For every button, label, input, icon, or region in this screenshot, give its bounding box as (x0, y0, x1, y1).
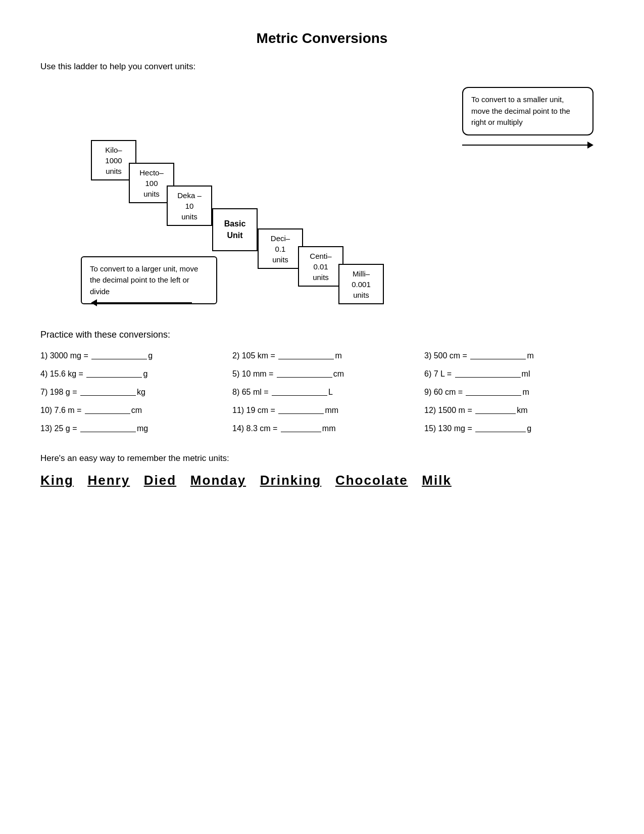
unit-2: m (335, 351, 341, 360)
right-box: To convert to a smaller unit, move the d… (462, 87, 593, 135)
problem-7-text: 7) 198 g = (40, 388, 79, 397)
answer-line-2[interactable] (278, 359, 334, 359)
answer-line-15[interactable] (475, 432, 526, 432)
right-arrow-head (587, 142, 593, 149)
problem-1: 1) 3000 mg = g (40, 351, 217, 360)
problem-14-text: 14) 8.3 cm = (232, 424, 280, 433)
step-deci: Deci–0.1units (258, 228, 303, 269)
unit-7: kg (137, 388, 145, 397)
problem-6-text: 6) 7 L = (424, 369, 454, 379)
right-arrow (462, 142, 593, 149)
unit-4: g (143, 369, 147, 379)
answer-line-3[interactable] (470, 359, 526, 359)
intro-text: Use this ladder to help you convert unit… (40, 62, 604, 72)
answer-line-7[interactable] (80, 395, 136, 396)
problem-10-text: 10) 7.6 m = (40, 406, 84, 415)
mnemonic-intro: Here's an easy way to remember the metri… (40, 453, 604, 464)
left-arrow-line (97, 302, 192, 303)
answer-line-12[interactable] (475, 413, 516, 414)
problem-7: 7) 198 g = kg (40, 388, 217, 397)
ladder-diagram: To convert to a smaller unit, move the d… (40, 82, 604, 314)
unit-9: m (522, 388, 529, 397)
problem-15: 15) 130 mg = g (424, 424, 601, 433)
answer-line-1[interactable] (91, 359, 147, 359)
problem-row-4: 10) 7.6 m = cm 11) 19 cm = mm 12) 1500 m… (40, 406, 604, 415)
mnemonic-chocolate: Chocolate (335, 473, 408, 488)
problem-13: 13) 25 g = mg (40, 424, 217, 433)
left-box: To convert to a larger unit, move the de… (81, 256, 217, 305)
problem-9-text: 9) 60 cm = (424, 388, 465, 397)
problem-row-1: 1) 3000 mg = g 2) 105 km = m 3) 500 cm =… (40, 351, 604, 360)
step-centi: Centi–0.01units (298, 246, 343, 287)
answer-line-4[interactable] (86, 377, 142, 378)
problem-1-text: 1) 3000 mg = (40, 351, 90, 360)
step-deka: Deka –10units (167, 186, 212, 226)
problem-13-text: 13) 25 g = (40, 424, 79, 433)
answer-line-8[interactable] (272, 395, 327, 396)
page-title: Metric Conversions (40, 30, 604, 47)
unit-10: cm (131, 406, 142, 415)
problem-8-text: 8) 65 ml = (232, 388, 271, 397)
unit-3: m (527, 351, 533, 360)
mnemonic-drinking: Drinking (260, 473, 321, 488)
problem-row-2: 4) 15.6 kg = g 5) 10 mm = cm 6) 7 L = ml (40, 369, 604, 379)
problem-12-text: 12) 1500 m = (424, 406, 474, 415)
unit-5: cm (333, 369, 344, 379)
answer-line-13[interactable] (80, 432, 136, 432)
problem-2: 2) 105 km = m (232, 351, 409, 360)
problem-3-text: 3) 500 cm = (424, 351, 469, 360)
unit-15: g (527, 424, 531, 433)
problem-10: 10) 7.6 m = cm (40, 406, 217, 415)
problems-grid: 1) 3000 mg = g 2) 105 km = m 3) 500 cm =… (40, 351, 604, 433)
problem-6: 6) 7 L = ml (424, 369, 601, 379)
answer-line-11[interactable] (278, 413, 324, 414)
problem-5: 5) 10 mm = cm (232, 369, 409, 379)
unit-12: km (517, 406, 527, 415)
problem-3: 3) 500 cm = m (424, 351, 601, 360)
answer-line-9[interactable] (466, 395, 521, 396)
problem-12: 12) 1500 m = km (424, 406, 601, 415)
problem-4-text: 4) 15.6 kg = (40, 369, 85, 379)
answer-line-10[interactable] (85, 413, 130, 414)
problem-9: 9) 60 cm = m (424, 388, 601, 397)
problem-5-text: 5) 10 mm = (232, 369, 276, 379)
problem-15-text: 15) 130 mg = (424, 424, 474, 433)
mnemonic-monday: Monday (190, 473, 246, 488)
problem-11-text: 11) 19 cm = (232, 406, 277, 415)
problem-14: 14) 8.3 cm = mm (232, 424, 409, 433)
answer-line-5[interactable] (277, 377, 332, 378)
mnemonic-milk: Milk (422, 473, 452, 488)
unit-11: mm (325, 406, 338, 415)
problem-4: 4) 15.6 kg = g (40, 369, 217, 379)
unit-14: mm (322, 424, 336, 433)
mnemonic-died: Died (144, 473, 176, 488)
problem-2-text: 2) 105 km = (232, 351, 277, 360)
answer-line-6[interactable] (455, 377, 521, 378)
unit-6: ml (522, 369, 530, 379)
mnemonic-king: King (40, 473, 74, 488)
practice-title: Practice with these conversions: (40, 330, 604, 340)
problem-row-5: 13) 25 g = mg 14) 8.3 cm = mm 15) 130 mg… (40, 424, 604, 433)
mnemonic-k-underline: K (40, 473, 51, 488)
problem-8: 8) 65 ml = L (232, 388, 409, 397)
problem-11: 11) 19 cm = mm (232, 406, 409, 415)
right-arrow-line (462, 145, 587, 146)
unit-8: L (328, 388, 333, 397)
left-arrow-head (91, 299, 97, 306)
mnemonic-words: King Henry Died Monday Drinking Chocolat… (40, 473, 604, 488)
left-arrow (91, 299, 192, 306)
problem-row-3: 7) 198 g = kg 8) 65 ml = L 9) 60 cm = m (40, 388, 604, 397)
unit-1: g (148, 351, 153, 360)
step-milli: Milli–0.001units (338, 264, 384, 304)
answer-line-14[interactable] (281, 432, 321, 432)
unit-13: mg (137, 424, 148, 433)
mnemonic-henry: Henry (87, 473, 130, 488)
step-basic-unit: BasicUnit (212, 208, 258, 251)
